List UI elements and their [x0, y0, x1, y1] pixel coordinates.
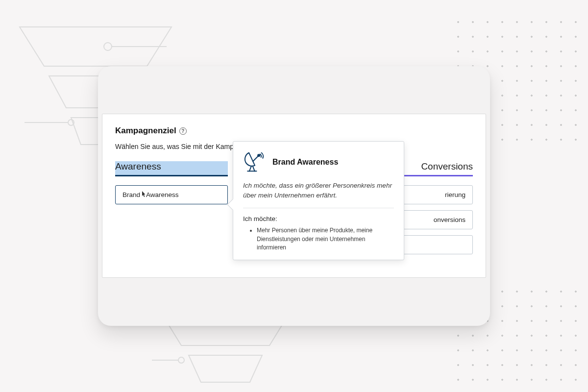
svg-point-12	[258, 154, 260, 156]
column-header-label: Conversions	[421, 161, 473, 172]
tooltip-header: Brand Awareness	[243, 151, 394, 173]
svg-point-9	[178, 357, 184, 363]
option-label-suffix: Awareness	[146, 191, 179, 198]
help-icon[interactable]: ?	[179, 127, 187, 135]
section-title-row: Kampagnenziel ?	[115, 126, 473, 136]
tooltip-title: Brand Awareness	[272, 158, 338, 167]
svg-line-11	[253, 156, 258, 161]
pointer-cursor-icon	[140, 191, 146, 198]
svg-marker-0	[20, 27, 172, 66]
tooltip-description: Ich möchte, dass ein größerer Personenkr…	[243, 181, 394, 200]
column-header-awareness: Awareness	[115, 161, 228, 176]
tooltip-bullet-list: Mehr Personen über meine Produkte, meine…	[243, 226, 394, 252]
svg-point-3	[104, 43, 112, 50]
column-header-label: Awareness	[115, 161, 161, 172]
column-awareness: Awareness BrandAwareness	[115, 161, 228, 260]
tooltip-subheading: Ich möchte:	[243, 215, 394, 222]
svg-line-13	[249, 167, 251, 171]
option-brand-awareness[interactable]: BrandAwareness	[115, 185, 228, 204]
svg-point-5	[68, 120, 74, 125]
tooltip-divider	[243, 208, 394, 208]
svg-line-14	[253, 167, 255, 171]
option-label: rierung	[445, 191, 466, 198]
campaign-objective-panel: Kampagnenziel ? Wählen Sie aus, was Sie …	[102, 114, 486, 278]
section-title: Kampagnenziel	[115, 126, 176, 136]
satellite-dish-icon	[243, 151, 265, 173]
tooltip-bullet: Mehr Personen über meine Produkte, meine…	[257, 226, 394, 252]
svg-marker-8	[189, 355, 262, 382]
tooltip-brand-awareness: Brand Awareness Ich möchte, dass ein grö…	[233, 141, 404, 260]
option-label-prefix: Brand	[122, 191, 140, 198]
outer-frame: Kampagnenziel ? Wählen Sie aus, was Sie …	[98, 66, 490, 326]
option-label: onversions	[434, 216, 466, 223]
